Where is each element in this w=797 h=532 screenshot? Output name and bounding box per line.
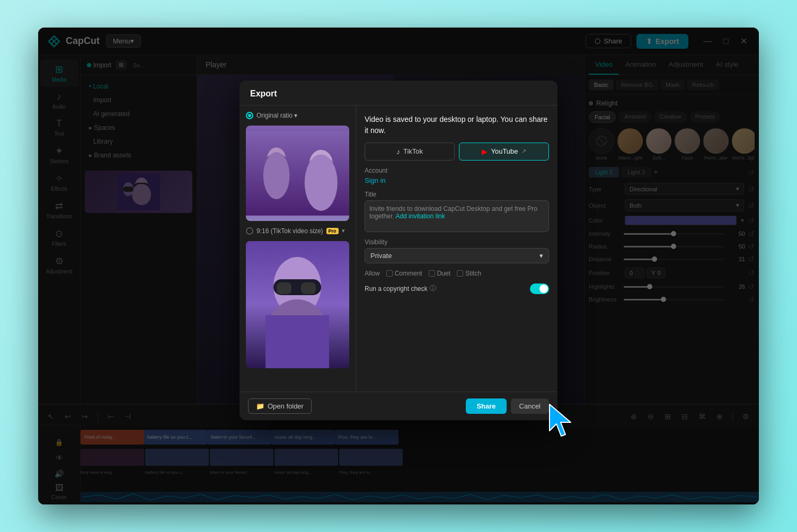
svg-rect-23	[265, 315, 329, 368]
export-dialog: Export Original ratio ▾	[240, 81, 557, 420]
svg-rect-21	[301, 282, 316, 294]
stitch-label: Stitch	[465, 270, 481, 277]
dialog-actions: Share Cancel	[466, 398, 549, 414]
stitch-checkbox	[457, 270, 463, 277]
platform-youtube[interactable]: ▶ YouTube ↗	[459, 143, 549, 161]
svg-rect-20	[277, 282, 291, 294]
folder-icon: 📁	[256, 402, 264, 410]
ratio-916[interactable]: 9:16 (TikTok video size) Pro ▾	[246, 227, 349, 235]
svg-point-13	[305, 154, 338, 210]
comment-checkbox	[386, 270, 393, 277]
allow-label: Allow	[365, 270, 380, 277]
export-dialog-overlay: Export Original ratio ▾	[38, 28, 759, 504]
dialog-share-button[interactable]: Share	[466, 398, 506, 414]
preview-thumb-916	[246, 241, 349, 368]
platform-tiktok[interactable]: ♪ TikTok	[365, 143, 455, 161]
copyright-toggle[interactable]	[530, 283, 549, 294]
allow-row: Allow Comment Duet Stitch	[365, 270, 549, 277]
visibility-select[interactable]: Private ▾	[365, 248, 549, 263]
allow-stitch[interactable]: Stitch	[457, 270, 481, 277]
dialog-title: Export	[250, 89, 277, 99]
dialog-body: Original ratio ▾	[240, 105, 557, 392]
youtube-icon: ▶	[482, 147, 488, 156]
dialog-footer: 📁 Open folder Share Cancel	[240, 392, 557, 420]
radio-916	[246, 227, 253, 235]
tiktok-label: TikTok	[403, 147, 423, 155]
platform-tabs: ♪ TikTok ▶ YouTube ↗	[365, 143, 549, 161]
ratio-916-chevron: ▾	[342, 227, 345, 234]
youtube-label: YouTube	[491, 147, 518, 155]
sign-in-link[interactable]: Sign in	[365, 176, 549, 184]
tiktok-icon: ♪	[396, 147, 400, 156]
duet-label: Duet	[437, 270, 450, 277]
duet-checkbox	[429, 270, 435, 277]
account-label: Account	[365, 167, 549, 174]
ratio-original[interactable]: Original ratio ▾	[246, 112, 349, 119]
allow-comment[interactable]: Comment	[386, 270, 422, 277]
success-message: Video is saved to your desktop or laptop…	[365, 114, 549, 136]
title-label: Title	[365, 191, 549, 198]
dialog-cancel-button[interactable]: Cancel	[511, 398, 549, 414]
app-window: CapCut Menu▾ ⬡ Share ⬆ Export — □ ✕ ⊞ M	[38, 28, 759, 504]
cursor-arrow-icon	[547, 402, 579, 439]
comment-label: Comment	[395, 270, 422, 277]
title-placeholder: Invite friends to download CapCut Deskto…	[369, 205, 537, 220]
cursor-pointer	[547, 402, 579, 441]
svg-point-16	[263, 152, 290, 199]
preview-column: Original ratio ▾	[240, 105, 356, 392]
youtube-open-icon: ↗	[521, 148, 526, 155]
preview-image-916	[246, 241, 349, 368]
visibility-label: Visibility	[365, 238, 549, 246]
visibility-chevron-icon: ▾	[539, 252, 543, 260]
open-folder-button[interactable]: 📁 Open folder	[248, 398, 312, 414]
visibility-section: Visibility Private ▾	[365, 238, 549, 263]
copyright-row: Run a copyright check ⓘ	[365, 283, 549, 294]
title-section: Title Invite friends to download CapCut …	[365, 191, 549, 232]
ratio-916-label: 9:16 (TikTok video size)	[256, 227, 323, 235]
add-invitation-link[interactable]: Add invitation link	[395, 212, 445, 220]
preview-thumb-original	[246, 126, 349, 221]
preview-image-original	[246, 126, 349, 221]
radio-original	[246, 112, 253, 119]
pro-badge: Pro	[326, 228, 339, 234]
title-textarea[interactable]: Invite friends to download CapCut Deskto…	[365, 200, 549, 232]
ratio-original-label: Original ratio ▾	[256, 112, 297, 119]
copyright-label: Run a copyright check ⓘ	[365, 284, 436, 293]
visibility-value: Private	[370, 252, 392, 260]
open-folder-label: Open folder	[268, 402, 304, 410]
toggle-knob	[539, 285, 548, 293]
settings-column: Video is saved to your desktop or laptop…	[356, 105, 557, 392]
copyright-info-icon: ⓘ	[430, 284, 436, 293]
allow-duet[interactable]: Duet	[429, 270, 450, 277]
account-section: Account Sign in	[365, 167, 549, 184]
dialog-header: Export	[240, 81, 557, 105]
svg-marker-24	[550, 404, 571, 436]
